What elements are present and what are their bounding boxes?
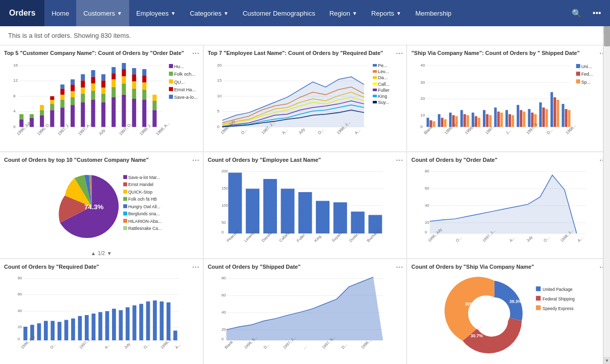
svg-rect-212 [263,179,277,233]
svg-rect-40 [91,70,95,77]
svg-rect-210 [228,173,242,234]
chart-card-9: Count of Orders by "Ship Via Company Nam… [407,259,610,364]
chart-menu-2[interactable]: ··· [396,49,404,57]
nav-employees[interactable]: Employees ▼ [129,0,183,26]
svg-rect-51 [122,95,126,127]
nav-reports[interactable]: Reports ▼ [364,0,408,26]
svg-rect-198 [123,226,127,230]
svg-rect-57 [132,89,136,99]
chart-menu-7[interactable]: ··· [192,263,200,271]
svg-rect-53 [122,77,126,84]
svg-text:Federal Shipping: Federal Shipping [543,297,575,302]
svg-rect-188 [123,190,127,194]
navbar: Orders Home Customers ▼ Employees ▼ Cate… [0,0,610,26]
nav-home[interactable]: Home [44,0,76,26]
svg-rect-192 [123,204,127,208]
svg-rect-36 [91,100,95,127]
svg-text:40: 40 [421,63,426,68]
svg-text:30%: 30% [465,301,474,307]
svg-rect-261 [50,321,54,341]
svg-rect-71 [169,72,173,76]
region-arrow: ▼ [352,11,357,16]
svg-rect-43 [101,88,105,94]
svg-text:40: 40 [18,309,22,313]
nav-categories[interactable]: Categories ▼ [183,0,236,26]
svg-text:July: July [526,235,534,243]
svg-rect-55 [122,63,126,69]
svg-rect-67 [152,101,156,110]
nav-items: Home Customers ▼ Employees ▼ Categories … [44,0,568,26]
svg-rect-164 [553,97,556,127]
svg-text:1998, A...: 1998, A... [155,121,171,137]
chart-card-3: "Ship Via Company Name": Count of Orders… [407,45,610,151]
scrollbar-down[interactable]: ▼ [603,357,610,364]
chart-menu-5[interactable]: ··· [396,156,404,164]
svg-text:50: 50 [221,220,226,225]
chart-card-5: Count of Orders by "Employee Last Name" … [204,152,407,258]
svg-text:20: 20 [421,96,426,101]
pagination-chart4: ▲ 1/2 ▼ [4,251,199,256]
svg-text:D...: D... [546,128,553,135]
svg-text:O...: O... [49,342,57,350]
nav-customers[interactable]: Customers ▼ [76,0,129,26]
svg-rect-156 [523,112,526,127]
nav-customer-demographics[interactable]: Customer Demographics [236,0,322,26]
categories-arrow: ▼ [224,11,229,16]
svg-rect-104 [372,83,376,85]
reports-arrow: ▼ [396,11,401,16]
svg-rect-19 [50,100,54,104]
svg-rect-268 [98,312,102,340]
scrollbar-thumb[interactable] [604,26,610,46]
chart-menu-4[interactable]: ··· [192,156,200,164]
svg-text:Folk och fä HB: Folk och fä HB [128,197,157,202]
nav-region[interactable]: Region ▼ [322,0,364,26]
svg-rect-38 [91,84,95,91]
svg-text:10: 10 [421,113,426,118]
svg-rect-217 [351,212,364,233]
svg-rect-32 [81,94,85,102]
svg-rect-49 [112,74,116,80]
svg-rect-63 [142,83,146,90]
svg-text:United Package: United Package [543,287,573,292]
svg-rect-134 [441,118,443,127]
svg-text:200: 200 [221,169,228,174]
svg-rect-108 [372,95,376,97]
prev-arrow[interactable]: ▲ [91,251,96,256]
svg-rect-214 [298,192,312,233]
svg-text:O...: O... [317,128,325,136]
svg-rect-135 [444,119,447,127]
svg-rect-149 [497,112,500,127]
svg-text:O...: O... [543,235,550,243]
chart-title-5: Count of Orders by "Employee Last Name" [208,156,393,163]
svg-rect-13 [30,114,34,118]
svg-rect-277 [160,301,164,340]
svg-text:A...: A... [577,236,584,244]
svg-marker-97 [222,77,364,127]
chart-body-9: 39.3% 30.7% 30% United Package Federal S… [411,272,606,355]
nav-membership[interactable]: Membership [408,0,459,26]
chart-menu-1[interactable]: ··· [192,49,200,57]
svg-rect-146 [486,114,489,127]
more-button[interactable]: ••• [588,4,606,22]
svg-rect-21 [61,108,65,128]
svg-rect-61 [142,100,146,127]
chart-title-6: Count of Orders by "Order Date" [411,156,596,163]
chart-title-9: Count of Orders by "Ship Via Company Nam… [411,263,596,270]
svg-rect-64 [142,76,146,83]
brand-logo[interactable]: Orders [0,0,44,26]
svg-text:30: 30 [421,80,426,85]
svg-rect-154 [517,105,519,127]
chart-menu-8[interactable]: ··· [396,263,404,271]
svg-rect-54 [122,69,126,76]
svg-rect-46 [112,97,116,127]
svg-text:D...: D... [262,342,270,350]
svg-rect-257 [23,327,27,340]
svg-rect-139 [461,110,463,127]
svg-rect-98 [372,64,376,67]
svg-rect-264 [71,319,75,340]
svg-rect-173 [576,80,580,84]
search-button[interactable]: 🔍 [568,4,586,22]
svg-rect-155 [520,110,522,127]
next-arrow[interactable]: ▼ [107,251,112,256]
svg-rect-41 [101,102,105,127]
